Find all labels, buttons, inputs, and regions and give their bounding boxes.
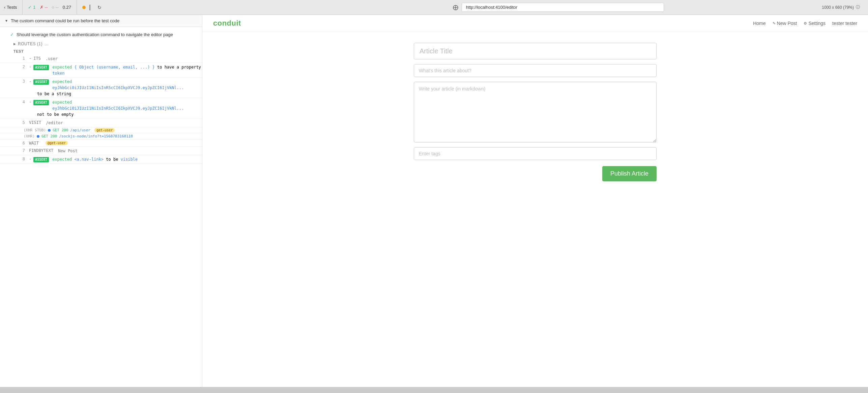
- pending-stat: ○ --: [52, 5, 59, 10]
- top-bar: ‹ Tests ✓ 1 ✗ -- ○ -- 0.27 ▏ ↻ ⨁ 1000 x …: [0, 0, 868, 15]
- assert-badge-4: ASSERT: [33, 100, 49, 105]
- code-content-1: .user: [46, 56, 202, 62]
- circle-icon: ○: [52, 5, 54, 10]
- main-layout: ▼ The custom command could be run before…: [0, 15, 868, 387]
- publish-article-button[interactable]: Publish Article: [602, 166, 657, 181]
- article-title-input[interactable]: [414, 43, 657, 59]
- test-time: 0.27: [63, 5, 71, 10]
- nav-new-post[interactable]: ✎ New Post: [773, 21, 797, 26]
- xhr-method: GET 200: [41, 134, 57, 138]
- wait-alias-badge: @get-user: [46, 141, 68, 145]
- xhr-path: /sockjs-node/info?t=1568783160118: [59, 134, 133, 138]
- browser-panel: conduit Home ✎ New Post ⚙ Settings teste…: [202, 15, 868, 387]
- test-item-pass: ✓ Should leverage the custom authenticat…: [0, 30, 202, 40]
- code-block: 1 - ITS .user 2 - ASSERT expected { Obje…: [0, 55, 202, 164]
- expand-icon: ▶: [13, 42, 16, 46]
- code-content-7: New Post: [58, 148, 202, 154]
- cypress-panel: ▼ The custom command could be run before…: [0, 15, 202, 387]
- xhr-stub-label: (XHR STUB): [24, 128, 46, 132]
- crosshair-icon[interactable]: ⨁: [453, 4, 458, 10]
- code-row-3: 3 - ASSERT expected eyJhbGci0iJIUzI1NiIs…: [0, 78, 202, 98]
- routes-row[interactable]: ▶ ROUTES (1) …: [0, 40, 202, 48]
- xhr-row: (XHR) GET 200 /sockjs-node/info?t=156878…: [0, 133, 202, 139]
- code-row-1: 1 - ITS .user: [0, 55, 202, 63]
- xhr-stub-path: /api/user: [70, 128, 91, 132]
- tests-nav: ‹ Tests: [4, 0, 23, 15]
- xhr-label: (XHR): [24, 134, 35, 138]
- line-2: 2: [17, 64, 25, 69]
- assert-badge-3: ASSERT: [33, 79, 49, 85]
- code-content-2: expected { Object (username, email, ...)…: [52, 64, 202, 76]
- findbytext-cmd: FINDBYTEXT: [29, 148, 53, 153]
- code-row-2: 2 - ASSERT expected { Object (username, …: [0, 63, 202, 78]
- assert-badge-2: ASSERT: [33, 65, 49, 70]
- nav-settings-label: Settings: [808, 21, 826, 26]
- nav-new-post-label: New Post: [777, 21, 797, 26]
- code-content-3b: to be a string: [37, 91, 71, 96]
- routes-label: ROUTES (1): [18, 42, 42, 46]
- form-actions: Publish Article: [414, 166, 657, 181]
- code-row-6: 6 WAIT @get-user: [0, 139, 202, 147]
- x-icon: ✗: [40, 5, 44, 10]
- nav-home[interactable]: Home: [753, 21, 765, 26]
- test-section-label: TEST: [0, 48, 202, 55]
- code-row-4: 4 - ASSERT expected eyJhbGci0iJIUzI1NiIs…: [0, 98, 202, 119]
- line-4: 4: [17, 99, 25, 104]
- nav-settings[interactable]: ⚙ Settings: [804, 21, 826, 26]
- collapse-icon[interactable]: ▼: [5, 19, 8, 23]
- visit-cmd: VISIT: [29, 120, 41, 125]
- fail-count: --: [45, 5, 48, 10]
- its-cmd: ITS: [33, 56, 41, 61]
- pass-count: 1: [33, 5, 35, 10]
- article-body-input[interactable]: [414, 82, 657, 142]
- code-row-5-wrapper: 5 VISIT /editor (XHR STUB) GET 200 /api/…: [0, 119, 202, 139]
- test-stats: ✓ 1 ✗ -- ○ -- 0.27: [23, 0, 77, 15]
- settings-gear-icon: ⚙: [804, 21, 807, 26]
- test-header: ▼ The custom command could be run before…: [0, 15, 202, 27]
- code-content-3a: expected eyJhbGci0iJIUzI1NiIsInR5cCI6Ikp…: [52, 79, 202, 91]
- test-header-text: The custom command could be run before t…: [11, 18, 119, 23]
- test-body: ✓ Should leverage the custom authenticat…: [0, 27, 202, 387]
- code-content-5: /editor: [46, 120, 202, 126]
- pass-stat: ✓ 1: [28, 5, 35, 10]
- nav-links: Home ✎ New Post ⚙ Settings tester tester: [753, 21, 857, 26]
- url-input[interactable]: [462, 3, 664, 12]
- status-dot: [82, 6, 86, 9]
- brand-logo: conduit: [213, 19, 241, 28]
- url-bar-section: ⨁: [447, 3, 818, 12]
- test-item-label: Should leverage the custom authenticatio…: [17, 32, 173, 38]
- toolbar-controls: ▏ ↻: [77, 5, 447, 10]
- cmd-2: -: [29, 64, 31, 69]
- line-7: 7: [17, 148, 25, 153]
- code-row-7: 7 FINDBYTEXT New Post: [0, 147, 202, 155]
- code-content-8: expected <a.nav-link> to be visible: [52, 156, 202, 162]
- xhr-dot-2: [37, 135, 39, 138]
- cmd-3: -: [29, 79, 31, 84]
- line-5: 5: [17, 120, 25, 125]
- bottom-bar: [0, 387, 868, 393]
- pending-count: --: [56, 5, 59, 10]
- article-tags-input[interactable]: [414, 147, 657, 160]
- cmd-1: -: [29, 56, 31, 61]
- xhr-dot: [48, 129, 51, 132]
- back-button[interactable]: ‹ Tests: [4, 5, 17, 10]
- code-row-8: 8 - ASSERT expected <a.nav-link> to be v…: [0, 155, 202, 164]
- editor-body: Publish Article: [202, 32, 868, 387]
- fail-stat: ✗ --: [40, 5, 48, 10]
- back-icon: ‹: [4, 5, 5, 10]
- nav-user[interactable]: tester tester: [832, 21, 857, 26]
- cmd-8: -: [29, 156, 31, 161]
- assert-badge-8: ASSERT: [33, 157, 49, 162]
- line-1: 1: [17, 56, 25, 61]
- xhr-stub-row: (XHR STUB) GET 200 /api/user get-user: [0, 127, 202, 133]
- reload-button[interactable]: ↻: [97, 5, 102, 10]
- edit-icon: ✎: [773, 21, 776, 26]
- tests-label[interactable]: Tests: [7, 5, 17, 10]
- line-6: 6: [17, 140, 25, 146]
- checkmark-icon: ✓: [28, 5, 32, 10]
- get-user-badge: get-user: [94, 128, 115, 132]
- pause-icon[interactable]: ▏: [90, 5, 93, 10]
- line-8: 8: [17, 156, 25, 161]
- info-icon: ⓘ: [856, 4, 860, 10]
- article-about-input[interactable]: [414, 64, 657, 77]
